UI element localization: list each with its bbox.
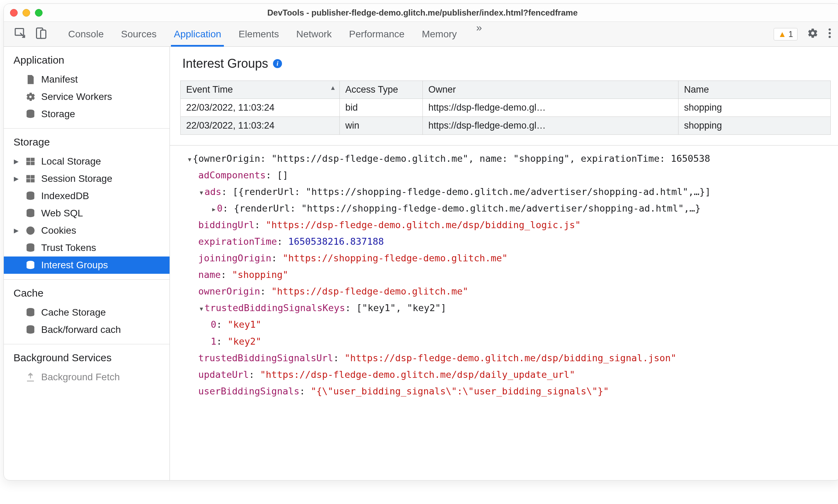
tree-prop-tbsk-1[interactable]: 1: "key2" <box>172 333 838 350</box>
sidebar-item-storage[interactable]: Storage <box>4 105 170 123</box>
upload-icon <box>25 371 36 383</box>
panel-tabs: Console Sources Application Elements Net… <box>68 22 770 46</box>
sidebar-item-label: Trust Tokens <box>41 242 96 253</box>
window-titlebar: DevTools - publisher-fledge-demo.glitch.… <box>4 4 838 22</box>
window-title: DevTools - publisher-fledge-demo.glitch.… <box>4 8 838 18</box>
tree-prop-biddingurl[interactable]: biddingUrl: "https://dsp-fledge-demo.gli… <box>172 217 838 233</box>
sidebar-item-session-storage[interactable]: ▶ Session Storage <box>4 170 170 187</box>
svg-rect-9 <box>27 162 30 165</box>
close-window-button[interactable] <box>10 9 18 17</box>
devtools-tabstrip: Console Sources Application Elements Net… <box>4 22 838 47</box>
tabstrip-left-controls <box>14 27 47 41</box>
caret-down-icon[interactable]: ▼ <box>186 155 193 165</box>
sidebar-item-label: Back/forward cach <box>41 324 121 335</box>
tab-application[interactable]: Application <box>174 22 221 46</box>
more-options-icon[interactable] <box>828 28 831 41</box>
sidebar-item-interest-groups[interactable]: Interest Groups <box>4 256 170 274</box>
device-toggle-icon[interactable] <box>35 27 47 41</box>
tree-prop-ads-0[interactable]: ▶0: {renderUrl: "https://shopping-fledge… <box>172 200 838 217</box>
svg-rect-7 <box>27 158 30 161</box>
tree-prop-adcomponents[interactable]: adComponents: [] <box>172 167 838 184</box>
table-header-row: Event Time▲ Access Type Owner Name <box>181 81 831 99</box>
sidebar-item-indexeddb[interactable]: IndexedDB <box>4 187 170 205</box>
tree-prop-trustedbiddingsignalskeys[interactable]: ▼trustedBiddingSignalsKeys: ["key1", "ke… <box>172 300 838 316</box>
more-tabs-button[interactable]: » <box>474 22 484 46</box>
tree-prop-updateurl[interactable]: updateUrl: "https://dsp-fledge-demo.glit… <box>172 366 838 383</box>
svg-point-19 <box>31 230 33 231</box>
table-row[interactable]: 22/03/2022, 11:03:24 win https://dsp-fle… <box>181 117 831 135</box>
database-icon <box>25 108 36 120</box>
caret-right-icon[interactable]: ▶ <box>211 205 217 214</box>
zoom-window-button[interactable] <box>35 9 43 17</box>
tree-prop-userbiddingsignals[interactable]: userBiddingSignals: "{\"user_bidding_sig… <box>172 383 838 400</box>
svg-rect-2 <box>41 30 46 38</box>
tab-console[interactable]: Console <box>68 22 104 46</box>
svg-point-17 <box>27 227 35 235</box>
database-icon <box>25 259 36 271</box>
sidebar-item-label: Storage <box>41 109 75 120</box>
tab-network[interactable]: Network <box>296 22 332 46</box>
tree-prop-name[interactable]: name: "shopping" <box>172 267 838 283</box>
info-icon[interactable]: i <box>273 59 282 68</box>
sidebar-item-trust-tokens[interactable]: Trust Tokens <box>4 239 170 256</box>
table-row[interactable]: 22/03/2022, 11:03:24 bid https://dsp-fle… <box>181 99 831 117</box>
inspect-element-icon[interactable] <box>14 27 27 41</box>
database-icon <box>25 190 36 202</box>
tab-sources[interactable]: Sources <box>121 22 157 46</box>
svg-rect-12 <box>31 175 34 178</box>
svg-rect-0 <box>15 28 24 35</box>
sidebar-section-application: Application <box>4 47 170 71</box>
sidebar-item-label: Cache Storage <box>41 307 106 318</box>
sort-ascending-icon: ▲ <box>330 84 336 92</box>
svg-point-20 <box>29 231 31 233</box>
tree-root[interactable]: ▼{ownerOrigin: "https://dsp-fledge-demo.… <box>172 150 838 167</box>
tree-prop-ownerorigin[interactable]: ownerOrigin: "https://dsp-fledge-demo.gl… <box>172 283 838 300</box>
sidebar-item-local-storage[interactable]: ▶ Local Storage <box>4 153 170 170</box>
sidebar-item-web-sql[interactable]: Web SQL <box>4 205 170 222</box>
sidebar-item-manifest[interactable]: Manifest <box>4 71 170 88</box>
tree-prop-expirationtime[interactable]: expirationTime: 1650538216.837188 <box>172 233 838 250</box>
expand-caret-icon[interactable]: ▶ <box>11 175 21 183</box>
minimize-window-button[interactable] <box>22 9 30 17</box>
tree-prop-tbsk-0[interactable]: 0: "key1" <box>172 316 838 333</box>
col-access-type[interactable]: Access Type <box>340 81 423 99</box>
sidebar-item-bfcache[interactable]: Back/forward cach <box>4 321 170 338</box>
sidebar-section-storage: Storage <box>4 129 170 153</box>
tab-memory[interactable]: Memory <box>422 22 457 46</box>
svg-rect-14 <box>31 179 34 182</box>
sidebar-item-label: IndexedDB <box>41 190 89 202</box>
cell-name: shopping <box>678 99 831 117</box>
cell-name: shopping <box>678 117 831 135</box>
sidebar-item-background-fetch[interactable]: Background Fetch <box>4 368 170 386</box>
tree-prop-ads[interactable]: ▼ads: [{renderUrl: "https://shopping-fle… <box>172 184 838 200</box>
traffic-lights <box>10 9 43 17</box>
svg-rect-13 <box>27 179 30 182</box>
caret-down-icon[interactable]: ▼ <box>198 188 204 198</box>
sidebar-item-cookies[interactable]: ▶ Cookies <box>4 222 170 239</box>
caret-down-icon[interactable]: ▼ <box>198 304 204 314</box>
warning-icon: ▲ <box>778 29 786 39</box>
col-name[interactable]: Name <box>678 81 831 99</box>
issues-badge[interactable]: ▲ 1 <box>774 28 798 40</box>
gear-icon <box>25 91 36 103</box>
sidebar-item-label: Cookies <box>41 225 76 236</box>
col-owner[interactable]: Owner <box>423 81 678 99</box>
expand-caret-icon[interactable]: ▶ <box>11 227 21 234</box>
sidebar-item-service-workers[interactable]: Service Workers <box>4 88 170 105</box>
tab-elements[interactable]: Elements <box>238 22 279 46</box>
tab-performance[interactable]: Performance <box>349 22 404 46</box>
sidebar-item-label: Background Fetch <box>41 372 120 383</box>
tree-prop-trustedbiddingsignalsurl[interactable]: trustedBiddingSignalsUrl: "https://dsp-f… <box>172 350 838 366</box>
col-event-time[interactable]: Event Time▲ <box>181 81 340 99</box>
cell-time: 22/03/2022, 11:03:24 <box>181 117 340 135</box>
sidebar-item-label: Local Storage <box>41 156 101 167</box>
sidebar-section-cache: Cache <box>4 280 170 304</box>
cookie-icon <box>25 225 36 236</box>
details-json-tree: ▼{ownerOrigin: "https://dsp-fledge-demo.… <box>170 145 838 402</box>
tree-prop-joiningorigin[interactable]: joiningOrigin: "https://shopping-fledge-… <box>172 250 838 267</box>
expand-caret-icon[interactable]: ▶ <box>11 158 21 165</box>
settings-icon[interactable] <box>807 28 818 41</box>
sidebar-item-cache-storage[interactable]: Cache Storage <box>4 304 170 321</box>
database-icon <box>25 324 36 336</box>
pane-title: Interest Groups <box>182 56 268 71</box>
